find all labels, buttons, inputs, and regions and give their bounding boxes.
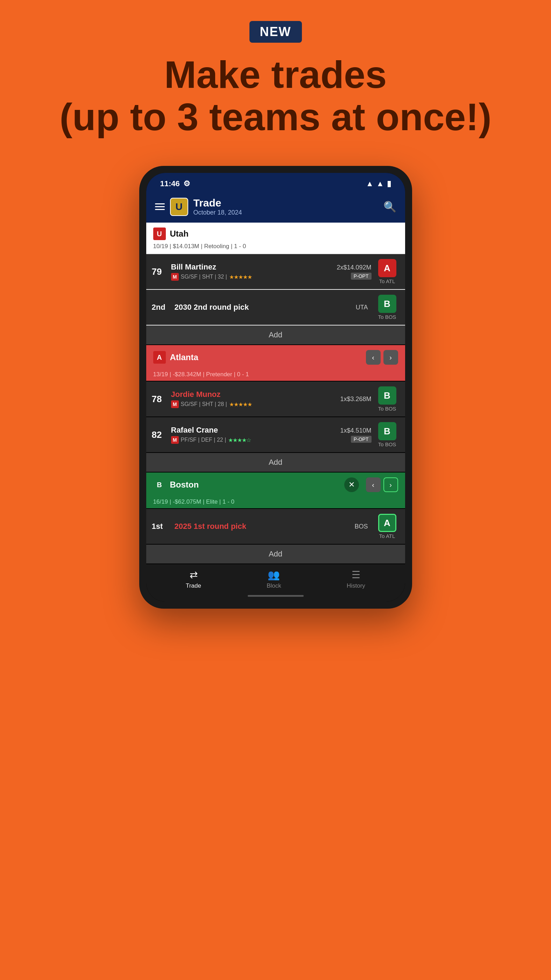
prev-arrow[interactable]: ‹	[366, 350, 381, 365]
dest-label-bos-atl: To ATL	[379, 533, 395, 539]
player-number-78: 78	[152, 394, 168, 405]
pick-card-2030-2nd: 2nd 2030 2nd round pick UTA B To BOS	[146, 290, 405, 325]
status-time-area: 11:46 ⚙	[160, 179, 190, 188]
top-area: NEW Make trades (up to 3 teams at once!)	[0, 0, 551, 138]
battery-icon: ▮	[387, 179, 391, 188]
atlanta-team-header: A Atlanta ‹ ›	[146, 345, 405, 370]
block-icon: 👥	[268, 569, 280, 581]
utah-team-header: U Utah	[146, 223, 405, 243]
header-date: October 18, 2024	[194, 209, 378, 216]
trade-label: Trade	[186, 582, 201, 589]
player-card-rafael-crane: 82 Rafael Crane M PF/SF | DEF | 22 | ★★★…	[146, 417, 405, 452]
prev-arrow-boston[interactable]: ‹	[366, 477, 381, 492]
boston-add-button[interactable]: Add	[146, 545, 405, 563]
dest-label-jordie: To BOS	[378, 406, 396, 412]
close-boston-button[interactable]: ✕	[344, 477, 359, 492]
player-name-jordie: Jordie Munoz	[171, 390, 337, 399]
dest-badge-jordie-bos: B To BOS	[375, 387, 400, 412]
home-bar	[248, 595, 304, 597]
dest-badge-bos: B To BOS	[375, 295, 400, 320]
status-bar: 11:46 ⚙ ▲ ▲ ▮	[146, 173, 405, 192]
player-card-jordie-munoz: 78 Jordie Munoz M SG/SF | SHT | 28 | ★★★…	[146, 382, 405, 417]
next-arrow[interactable]: ›	[383, 350, 398, 365]
pick-round: 2nd	[152, 303, 171, 312]
player-name: Bill Martinez	[171, 262, 333, 272]
player-stars-rafael: ★★★★☆	[228, 437, 251, 444]
player-pos-rafael: PF/SF | DEF | 22 |	[181, 437, 226, 443]
app-header: U Trade October 18, 2024 🔍	[146, 192, 405, 223]
headline-line2: (up to 3 teams at once!)	[59, 95, 492, 138]
atlanta-team-name: Atlanta	[170, 352, 362, 362]
next-arrow-boston[interactable]: ›	[383, 477, 398, 492]
dest-label-rafael: To BOS	[378, 441, 396, 447]
utah-team-info: 10/19 | $14.013M | Retooling | 1 - 0	[146, 243, 405, 253]
pick-card-2025-1st: 1st 2025 1st round pick BOS A To ATL	[146, 509, 405, 544]
headline-line1: Make trades	[164, 53, 387, 96]
boston-team-header: B Boston ✕ ‹ ›	[146, 473, 405, 497]
dest-badge-rafael-bos: B To BOS	[375, 422, 400, 447]
team-logo-utah-header: U	[170, 198, 188, 216]
player-info: Bill Martinez M SG/SF | SHT | 32 | ★★★★★	[171, 262, 333, 281]
player-pos-jordie: SG/SF | SHT | 28 |	[181, 401, 227, 407]
boston-section: B Boston ✕ ‹ › 16/19 | -$62.075M | Elite…	[146, 473, 405, 563]
boston-team-name: Boston	[170, 480, 340, 490]
dest-logo-atl: A	[378, 259, 396, 277]
signal-icon: ▲	[376, 179, 384, 188]
player-meta-rafael: M PF/SF | DEF | 22 | ★★★★☆	[171, 436, 337, 444]
dest-badge-atl: A To ATL	[375, 259, 400, 284]
player-meta-jordie: M SG/SF | SHT | 28 | ★★★★★	[171, 400, 337, 408]
phone-frame: 11:46 ⚙ ▲ ▲ ▮ U Trade October 18, 2024 🔍	[139, 166, 412, 609]
header-title-area: Trade October 18, 2024	[194, 197, 378, 216]
time-display: 11:46	[160, 179, 180, 188]
block-label: Block	[267, 582, 281, 589]
player-name-rafael: Rafael Crane	[171, 426, 337, 435]
nav-item-history[interactable]: ☰ History	[347, 569, 365, 589]
dest-label: To ATL	[379, 278, 395, 284]
atlanta-logo: A	[153, 351, 166, 364]
player-stars-jordie: ★★★★★	[229, 401, 252, 408]
dest-logo-jordie-bos: B	[378, 387, 396, 405]
p-opt-badge-rafael: P-OPT	[351, 436, 372, 443]
nav-item-block[interactable]: 👥 Block	[267, 569, 281, 589]
utah-team-name: Utah	[170, 229, 189, 239]
dest-logo-bos-atl: A	[378, 514, 396, 532]
pick-team: UTA	[356, 304, 368, 311]
atlanta-team-info: 13/19 | -$28.342M | Pretender | 0 - 1	[146, 370, 405, 381]
new-badge: NEW	[249, 21, 302, 43]
trade-icon: ⇄	[190, 569, 198, 581]
nav-arrows-atlanta: ‹ ›	[366, 350, 398, 365]
search-button[interactable]: 🔍	[383, 200, 396, 213]
menu-button[interactable]	[155, 204, 165, 210]
pick-team-bos: BOS	[354, 523, 368, 530]
player-contract-rafael: 1x$4.510M	[340, 427, 371, 434]
headline: Make trades (up to 3 teams at once!)	[32, 53, 519, 138]
pick-round-1st: 1st	[152, 522, 171, 531]
contract-area: 2x$14.092M P-OPT	[337, 264, 371, 280]
pick-name-1st: 2025 1st round pick	[175, 522, 351, 531]
dest-logo-rafael-bos: B	[378, 422, 396, 440]
contract-area-rafael: 1x$4.510M P-OPT	[340, 427, 371, 443]
settings-icon: ⚙	[183, 179, 190, 188]
dest-badge-bos-to-atl: A To ATL	[375, 514, 400, 539]
atlanta-section: A Atlanta ‹ › 13/19 | -$28.342M | Preten…	[146, 345, 405, 472]
utah-add-button[interactable]: Add	[146, 326, 405, 344]
dest-label-bos: To BOS	[378, 314, 396, 320]
p-opt-badge: P-OPT	[351, 273, 372, 280]
pick-name: 2030 2nd round pick	[175, 303, 352, 312]
page-title: Trade	[194, 197, 378, 209]
boston-logo: B	[153, 479, 166, 491]
nav-item-trade[interactable]: ⇄ Trade	[186, 569, 201, 589]
home-indicator	[146, 592, 405, 601]
player-info-jordie: Jordie Munoz M SG/SF | SHT | 28 | ★★★★★	[171, 390, 337, 408]
m-badge-jordie: M	[171, 400, 179, 408]
player-number: 79	[152, 266, 168, 277]
wifi-icon: ▲	[366, 179, 374, 188]
m-badge: M	[171, 273, 179, 281]
atlanta-add-button[interactable]: Add	[146, 453, 405, 472]
player-stars: ★★★★★	[229, 274, 252, 280]
phone-screen: 11:46 ⚙ ▲ ▲ ▮ U Trade October 18, 2024 🔍	[146, 173, 405, 601]
player-info-rafael: Rafael Crane M PF/SF | DEF | 22 | ★★★★☆	[171, 426, 337, 444]
contract-area-jordie: 1x$3.268M	[340, 396, 371, 403]
status-icons: ▲ ▲ ▮	[366, 179, 391, 188]
bottom-nav: ⇄ Trade 👥 Block ☰ History	[146, 564, 405, 592]
